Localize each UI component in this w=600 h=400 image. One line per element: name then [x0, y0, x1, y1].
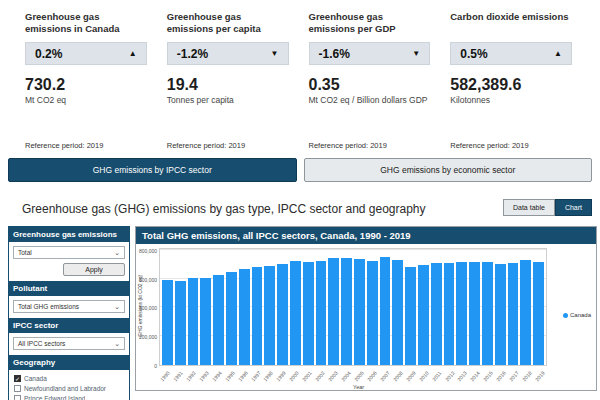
chart-bar[interactable]: [162, 280, 173, 365]
chart-bar[interactable]: [290, 261, 301, 365]
filter-header: Geography: [9, 355, 129, 370]
checkbox-icon[interactable]: [14, 385, 21, 392]
chart-bar[interactable]: [175, 281, 186, 365]
card-title: Greenhouse gas emissions per GDP: [309, 11, 431, 38]
indicator-unit: Tonnes per capita: [167, 95, 289, 106]
x-tick-label: 2009: [405, 370, 417, 382]
chart-bar[interactable]: [495, 264, 506, 365]
legend-item-canada[interactable]: Canada: [563, 312, 591, 318]
x-tick-label: 2001: [301, 370, 313, 382]
chart-bar[interactable]: [226, 272, 237, 365]
chart-bar[interactable]: [508, 263, 519, 365]
x-tick-label: 2015: [482, 370, 494, 382]
chart-button[interactable]: Chart: [555, 199, 592, 216]
filter-panel-ipcc: IPCC sector All IPCC sectors ⌄: [9, 318, 129, 355]
x-tick-label: 1995: [224, 370, 236, 382]
filter-panel-pollutant: Pollutant Total GHG emissions ⌄: [9, 281, 129, 318]
chart-bar[interactable]: [520, 260, 531, 365]
chart-bar[interactable]: [328, 258, 339, 365]
apply-button[interactable]: Apply: [63, 263, 125, 276]
chart-bar[interactable]: [418, 265, 429, 365]
card-ghg-per-capita: Greenhouse gas emissions per capita -1.2…: [167, 11, 289, 152]
chart-bar[interactable]: [469, 262, 480, 365]
trend-indicator: 0.2% ▲: [25, 42, 147, 65]
geography-option-label: Newfoundland and Labrador: [24, 385, 106, 392]
x-tick-label: 2012: [444, 370, 456, 382]
chevron-down-icon: ⌄: [114, 340, 120, 347]
chart-bar[interactable]: [316, 261, 327, 365]
chart-bar[interactable]: [405, 267, 416, 365]
tab-ipcc-sector[interactable]: GHG emissions by IPCC sector: [8, 158, 297, 182]
indicator-value: 0.35: [309, 76, 431, 94]
select-value: Total: [18, 249, 32, 256]
chart-bar[interactable]: [482, 262, 493, 365]
plot-area: [159, 248, 547, 366]
reference-period: Reference period: 2019: [450, 141, 572, 152]
indicator-value: 19.4: [167, 76, 289, 94]
y-tick-label: 400,000: [136, 305, 157, 311]
percent-change: 0.5%: [460, 47, 487, 61]
chart-bar[interactable]: [341, 258, 352, 365]
tab-economic-sector[interactable]: GHG emissions by economic sector: [304, 158, 593, 182]
checkbox-checked-icon[interactable]: ✓: [14, 375, 21, 382]
content-row: Greenhouse gas emissions Total ⌄ Apply P…: [8, 226, 597, 400]
chart-bar[interactable]: [431, 263, 442, 365]
x-tick-label: 2004: [340, 370, 352, 382]
x-tick-label: 1992: [185, 370, 197, 382]
select-value: All IPCC sectors: [18, 340, 65, 347]
ghg-measure-select[interactable]: Total ⌄: [13, 246, 125, 259]
indicator-value: 582,389.6: [450, 76, 572, 94]
pollutant-select[interactable]: Total GHG emissions ⌄: [13, 300, 125, 313]
chart-bar[interactable]: [277, 264, 288, 365]
indicator-unit: Mt CO2 eq: [25, 95, 147, 106]
geography-option[interactable]: Prince Edward Island: [12, 393, 126, 400]
geography-option[interactable]: Newfoundland and Labrador: [12, 383, 126, 393]
chevron-down-icon: ⌄: [114, 303, 120, 310]
chart-bar[interactable]: [200, 278, 211, 365]
x-tick-label: 2008: [392, 370, 404, 382]
geography-option-label: Canada: [24, 375, 47, 382]
filter-header: IPCC sector: [9, 318, 129, 333]
section-header: Greenhouse gas (GHG) emissions by gas ty…: [22, 192, 592, 216]
indicator-cards-row: Greenhouse gas emissions in Canada 0.2% …: [0, 0, 600, 152]
data-table-button[interactable]: Data table: [503, 199, 555, 216]
chart-bar[interactable]: [392, 260, 403, 365]
chart-bar[interactable]: [239, 269, 250, 365]
ipcc-sector-select[interactable]: All IPCC sectors ⌄: [13, 337, 125, 350]
chart-bar[interactable]: [444, 263, 455, 365]
chart-title: Total GHG emissions, all IPCC sectors, C…: [136, 227, 596, 244]
filter-header: Pollutant: [9, 281, 129, 296]
reference-period: Reference period: 2019: [167, 141, 289, 152]
x-tick-label: 2014: [469, 370, 481, 382]
select-value: Total GHG emissions: [18, 303, 79, 310]
page-title: Greenhouse gas (GHG) emissions by gas ty…: [22, 202, 426, 216]
reference-period: Reference period: 2019: [309, 141, 431, 152]
geography-list: ✓CanadaNewfoundland and LabradorPrince E…: [9, 370, 129, 400]
x-tick-label: 2011: [431, 370, 443, 382]
chart-bar[interactable]: [354, 259, 365, 365]
chart-bar[interactable]: [264, 266, 275, 365]
chart-bar[interactable]: [367, 261, 378, 365]
chart-bar[interactable]: [380, 257, 391, 365]
checkbox-icon[interactable]: [14, 395, 21, 400]
geography-option[interactable]: ✓Canada: [12, 373, 126, 383]
chart-bar[interactable]: [303, 262, 314, 365]
chart-bar[interactable]: [533, 262, 544, 365]
chart-bar[interactable]: [252, 267, 263, 365]
x-tick-label: 2005: [353, 370, 365, 382]
x-tick-label: 2017: [508, 370, 520, 382]
x-tick-label: 1998: [262, 370, 274, 382]
reference-period: Reference period: 2019: [25, 141, 147, 152]
x-tick-label: 1991: [172, 370, 184, 382]
trend-indicator: -1.2% ▼: [167, 42, 289, 65]
chart-bar[interactable]: [188, 278, 199, 365]
x-tick-label: 1999: [275, 370, 287, 382]
percent-change: -1.2%: [177, 47, 208, 61]
legend-label: Canada: [570, 312, 591, 318]
card-ghg-per-gdp: Greenhouse gas emissions per GDP -1.6% ▼…: [309, 11, 431, 152]
x-tick-label: 2006: [366, 370, 378, 382]
chart-bar[interactable]: [456, 262, 467, 365]
geography-option-label: Prince Edward Island: [24, 395, 85, 400]
chart-bar[interactable]: [213, 275, 224, 365]
x-tick-label: 1996: [237, 370, 249, 382]
